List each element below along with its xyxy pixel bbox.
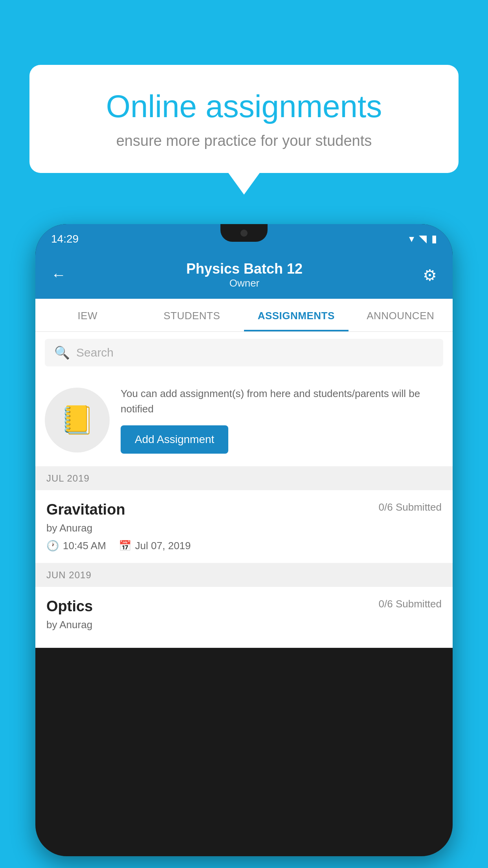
tab-assignments[interactable]: ASSIGNMENTS [244,299,349,331]
tab-iew[interactable]: IEW [35,299,140,331]
calendar-icon: 📅 [119,540,131,552]
assignment-item-gravitation[interactable]: Gravitation 0/6 Submitted by Anurag 🕐 10… [35,490,453,563]
assignment-header-row: Gravitation 0/6 Submitted [46,501,442,518]
promo-description: You can add assignment(s) from here and … [121,386,443,417]
tabs-bar: IEW STUDENTS ASSIGNMENTS ANNOUNCEN [35,299,453,332]
assignment-author-optics: by Anurag [46,619,442,631]
header-title-wrap: Physics Batch 12 Owner [186,261,303,289]
search-container: 🔍 Search [35,332,453,373]
status-icons: ▾ ◥ ▮ [409,233,437,245]
section-header-jun: JUN 2019 [35,563,453,587]
notebook-icon: 📒 [60,404,94,436]
speech-bubble-title: Online assignments [57,88,431,125]
promo-right: You can add assignment(s) from here and … [121,386,443,454]
speech-bubble-card: Online assignments ensure more practice … [29,65,459,173]
header-title: Physics Batch 12 [186,261,303,277]
search-box[interactable]: 🔍 Search [45,339,443,366]
assignment-item-optics[interactable]: Optics 0/6 Submitted by Anurag [35,587,453,648]
time-value-gravitation: 10:45 AM [63,540,106,552]
assignment-author-gravitation: by Anurag [46,522,442,534]
signal-icon: ◥ [419,233,427,245]
meta-date-gravitation: 📅 Jul 07, 2019 [119,540,191,552]
submitted-count-optics: 0/6 Submitted [379,598,442,610]
speech-bubble-subtitle: ensure more practice for your students [57,132,431,149]
section-label-jun: JUN 2019 [46,570,92,580]
clock-icon: 🕐 [46,540,59,552]
assignment-icon-circle: 📒 [45,388,110,452]
date-value-gravitation: Jul 07, 2019 [135,540,191,552]
tab-announcements[interactable]: ANNOUNCEN [349,299,453,331]
meta-time-gravitation: 🕐 10:45 AM [46,540,106,552]
assignment-name-gravitation: Gravitation [46,501,125,518]
wifi-icon: ▾ [409,233,414,245]
header-subtitle: Owner [186,277,303,289]
add-assignment-button[interactable]: Add Assignment [121,425,228,454]
section-label-jul: JUL 2019 [46,473,90,484]
phone-notch [220,224,268,242]
back-button[interactable]: ← [51,267,66,283]
settings-icon[interactable]: ⚙ [423,266,437,284]
app-header: ← Physics Batch 12 Owner ⚙ [35,254,453,299]
phone-frame: 14:29 ▾ ◥ ▮ ← Physics Batch 12 Owner ⚙ I… [35,224,453,856]
status-bar: 14:29 ▾ ◥ ▮ [35,224,453,254]
tab-students[interactable]: STUDENTS [140,299,244,331]
assignment-name-optics: Optics [46,598,93,615]
assignment-meta-gravitation: 🕐 10:45 AM 📅 Jul 07, 2019 [46,540,442,552]
battery-icon: ▮ [431,233,437,245]
camera-dot [240,230,248,237]
assignment-header-row-optics: Optics 0/6 Submitted [46,598,442,615]
section-header-jul: JUL 2019 [35,467,453,490]
promo-block: 📒 You can add assignment(s) from here an… [35,373,453,467]
search-placeholder: Search [76,346,114,359]
status-time: 14:29 [51,233,79,245]
search-icon: 🔍 [54,345,70,360]
submitted-count-gravitation: 0/6 Submitted [379,501,442,513]
